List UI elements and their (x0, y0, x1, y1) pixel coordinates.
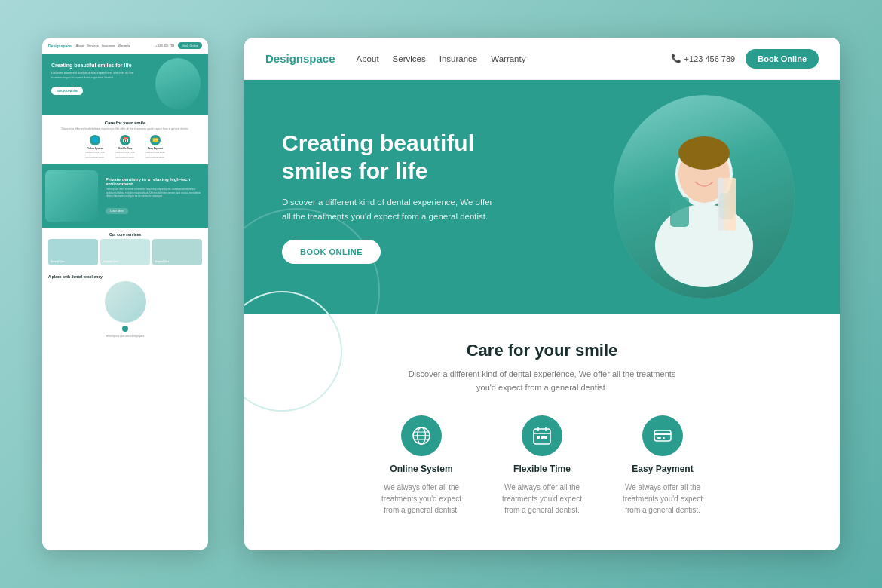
preview-service-cosmetic: Cosmetic Care (100, 239, 150, 265)
preview-nav-links: About Services Insurance Warranty (76, 44, 156, 47)
online-icon-circle (401, 415, 442, 456)
main-browser: Designspace About Services Insurance War… (244, 38, 840, 550)
calendar-icon-circle (522, 415, 562, 456)
preview-section2-btn: Learn More (106, 208, 128, 214)
phone-icon: 📞 (671, 54, 681, 63)
preview-icon-payment: 💳 (150, 135, 161, 145)
care-feature-online: Online System We always offer all the tr… (380, 415, 463, 516)
time-label: Flexible Time (513, 464, 571, 474)
preview-book-btn: Book Online (178, 42, 202, 49)
care-section: Care for your smile Discover a different… (244, 314, 840, 537)
online-label: Online System (390, 464, 452, 474)
preview-icon-time: 📅 (120, 135, 130, 145)
nav-book-btn[interactable]: Book Online (746, 49, 819, 69)
svg-rect-18 (537, 436, 540, 439)
preview-care-sub: Discover a different kind of dental expe… (50, 127, 201, 130)
preview-cta-btn: BOOK ONLINE (51, 87, 83, 95)
payment-desc: We always offer all the treatments you'd… (621, 482, 704, 516)
preview-testimonial-img (105, 281, 146, 323)
preview-section2: Private dentistry in a relaxing high-tec… (42, 164, 208, 228)
svg-rect-6 (718, 178, 724, 231)
preview-hero-image (155, 58, 201, 109)
svg-point-1 (655, 204, 753, 287)
nav-link-warranty[interactable]: Warranty (491, 54, 525, 63)
nav-logo: Designspace (265, 52, 335, 65)
svg-rect-8 (730, 178, 736, 231)
nav-link-about[interactable]: About (357, 54, 379, 63)
svg-rect-4 (670, 197, 689, 227)
preview-logo: Designspace (48, 44, 72, 48)
preview-mockup: Designspace About Services Insurance War… (42, 38, 208, 550)
hero-content: Creating beautiful smiles for life Disco… (282, 130, 538, 264)
payment-icon-circle (642, 415, 683, 456)
preview-services-imgs: General Care Cosmetic Care Surgical Care (48, 239, 202, 265)
care-feature-time: Flexible Time We always offer all the tr… (501, 415, 583, 516)
preview-service-general: General Care (48, 239, 98, 265)
preview-icon-online: 🌐 (90, 135, 100, 145)
preview-testimonial: A place with dental excellency What expe… (42, 270, 208, 342)
payment-icon (652, 425, 673, 446)
svg-rect-23 (657, 437, 661, 439)
main-nav: Designspace About Services Insurance War… (244, 38, 840, 80)
svg-rect-24 (663, 437, 665, 439)
hero-cta-btn[interactable]: BOOK ONLINE (282, 240, 381, 264)
preview-care-title: Care for your smile (50, 121, 201, 125)
payment-label: Easy Payment (632, 464, 693, 474)
svg-rect-20 (544, 436, 547, 439)
preview-testimonial-dot (122, 326, 128, 332)
care-icons-row: Online System We always offer all the tr… (274, 415, 810, 516)
preview-hero-title: Creating beautiful smiles for life (51, 62, 142, 69)
preview-section2-img (45, 170, 98, 222)
nav-links: About Services Insurance Warranty (357, 54, 671, 63)
online-desc: We always offer all the treatments you'd… (380, 482, 463, 516)
calendar-icon (532, 426, 552, 446)
time-desc: We always offer all the treatments you'd… (501, 482, 583, 516)
hero-subtitle: Discover a different kind of dental expe… (282, 195, 501, 223)
preview-hero-sub: Discover a different kind of dental expe… (51, 71, 142, 79)
care-subtitle: Discover a different kind of dental expe… (399, 368, 685, 394)
preview-care-icons: 🌐 Online System We always offer all the … (50, 135, 201, 158)
patient-svg (629, 106, 779, 287)
globe-icon (411, 425, 432, 446)
nav-link-services[interactable]: Services (393, 54, 426, 63)
svg-rect-19 (541, 436, 544, 439)
nav-right: 📞 +123 456 789 Book Online (671, 49, 819, 69)
hero-title: Creating beautiful smiles for life (282, 130, 538, 185)
nav-phone: 📞 +123 456 789 (671, 54, 736, 63)
svg-rect-7 (724, 178, 730, 231)
nav-link-insurance[interactable]: Insurance (439, 54, 478, 63)
care-title: Care for your smile (274, 341, 810, 360)
svg-rect-21 (654, 430, 671, 441)
hero-image (614, 95, 795, 299)
care-feature-payment: Easy Payment We always offer all the tre… (621, 415, 704, 516)
hero-section: Creating beautiful smiles for life Disco… (244, 80, 840, 314)
svg-point-3 (678, 136, 730, 170)
preview-service-surgical: Surgical Care (152, 239, 202, 265)
preview-services: Our core services General Care Cosmetic … (42, 228, 208, 270)
preview-phone: +123 456 789 (156, 44, 175, 47)
